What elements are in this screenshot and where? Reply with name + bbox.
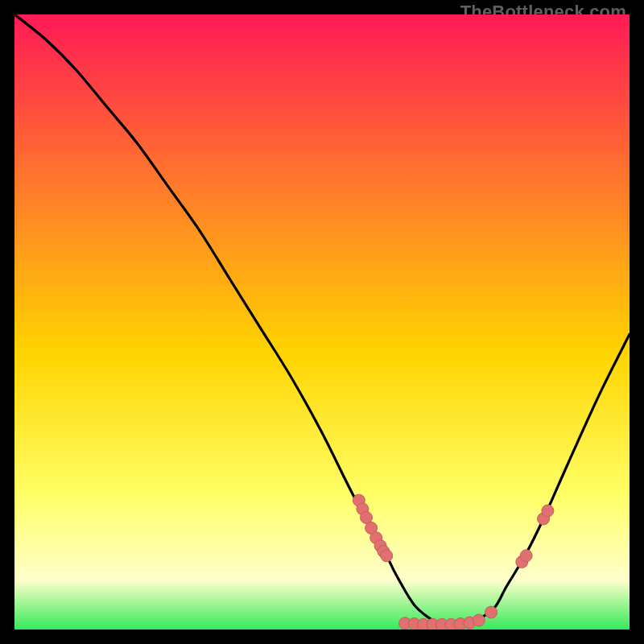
bottleneck-chart bbox=[14, 14, 630, 630]
curve-marker bbox=[485, 606, 497, 618]
chart-frame bbox=[14, 14, 630, 630]
curve-marker bbox=[381, 550, 393, 562]
curve-marker bbox=[520, 550, 532, 562]
curve-marker bbox=[473, 614, 485, 626]
curve-marker bbox=[542, 505, 554, 517]
